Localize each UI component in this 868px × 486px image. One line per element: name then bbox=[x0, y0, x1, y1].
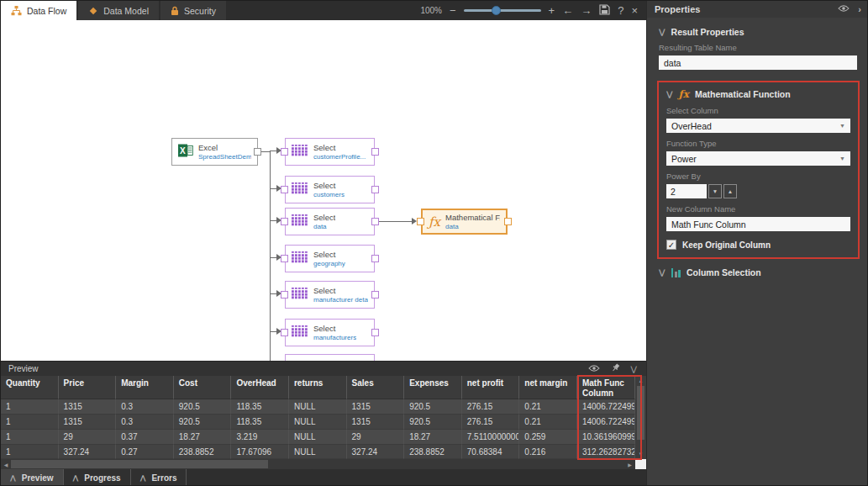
table-cell: 0.21 bbox=[519, 415, 577, 430]
output-port[interactable] bbox=[504, 218, 512, 225]
column-selection-section-header[interactable]: ⋁ Column Selection bbox=[659, 267, 857, 277]
pin-icon[interactable] bbox=[611, 363, 620, 374]
preview-table-header: QuantityPriceMarginCostOverHeadreturnsSa… bbox=[1, 376, 635, 399]
zoom-slider[interactable] bbox=[464, 6, 541, 16]
table-row[interactable]: 1327.240.27238.885217.67096NULL327.24238… bbox=[1, 445, 635, 459]
power-by-label: Power By bbox=[666, 172, 850, 181]
table-row[interactable]: 1290.3718.273.219NULL2918.277.5110000000… bbox=[1, 430, 635, 445]
input-port[interactable] bbox=[281, 329, 288, 336]
power-by-input[interactable]: 2 bbox=[666, 184, 707, 198]
horizontal-scrollbar[interactable]: ◀ ▶ bbox=[1, 459, 646, 469]
function-type-dropdown[interactable]: Power ▼ bbox=[666, 151, 850, 166]
table-cell: NULL bbox=[289, 430, 347, 445]
chevron-up-icon: ⋀ bbox=[140, 474, 146, 482]
output-port[interactable] bbox=[371, 291, 379, 298]
select-column-dropdown[interactable]: OverHead ▼ bbox=[666, 119, 850, 133]
column-header[interactable]: Price bbox=[59, 376, 117, 399]
zoom-out-button[interactable]: − bbox=[450, 5, 456, 16]
bottom-tab-preview[interactable]: ⋀ Preview bbox=[1, 469, 64, 486]
save-button[interactable] bbox=[599, 4, 610, 17]
excel-source-node[interactable]: X Excel SpreadSheetDemo I... bbox=[171, 138, 258, 166]
eye-icon[interactable] bbox=[838, 4, 850, 14]
table-row[interactable]: 113150.3920.5118.35NULL1315920.5276.150.… bbox=[1, 399, 635, 415]
scroll-right-icon[interactable]: ▶ bbox=[624, 459, 635, 469]
tab-data-flow[interactable]: Data Flow bbox=[1, 1, 76, 20]
collapse-panel-icon[interactable]: › bbox=[858, 4, 861, 14]
scroll-up-icon[interactable]: ▲ bbox=[635, 376, 646, 386]
column-header[interactable]: Margin bbox=[116, 376, 174, 399]
input-port[interactable] bbox=[281, 255, 288, 262]
bottom-tab-errors[interactable]: ⋀ Errors bbox=[131, 469, 187, 486]
select-node[interactable]: Select bbox=[285, 354, 375, 361]
excel-icon: X bbox=[178, 143, 193, 161]
chevron-down-icon: ▼ bbox=[839, 123, 845, 129]
collapse-preview-icon[interactable]: ⋁ bbox=[631, 365, 637, 373]
input-port[interactable] bbox=[281, 218, 288, 225]
stepper-down-button[interactable]: ▼ bbox=[708, 184, 722, 198]
mathematical-function-node[interactable]: ƒx Mathematical F... data bbox=[421, 209, 508, 235]
help-button[interactable]: ? bbox=[618, 5, 623, 16]
table-cell: 920.5 bbox=[174, 415, 232, 430]
select-node[interactable]: Selectmanufacturers bbox=[285, 319, 375, 346]
output-port[interactable] bbox=[371, 186, 379, 193]
math-function-section-header[interactable]: ⋁ ƒx Mathematical Function bbox=[666, 88, 850, 100]
table-row[interactable]: 113150.3920.5118.35NULL1315920.5276.150.… bbox=[1, 415, 635, 430]
column-header[interactable]: net profit bbox=[462, 376, 520, 399]
resulting-table-name-input[interactable]: data bbox=[659, 55, 857, 70]
output-port[interactable] bbox=[371, 329, 379, 336]
input-port[interactable] bbox=[281, 148, 288, 156]
table-cell: 327.24 bbox=[59, 445, 117, 459]
scroll-left-icon[interactable]: ◀ bbox=[1, 459, 11, 469]
select-node[interactable]: Selectmanufacturer deta... bbox=[285, 281, 375, 309]
column-header[interactable]: OverHead bbox=[231, 376, 289, 399]
output-port[interactable] bbox=[371, 148, 379, 156]
horizontal-scrollbar-thumb[interactable] bbox=[11, 460, 268, 468]
table-cell: 276.15 bbox=[462, 399, 520, 415]
column-header[interactable]: Expenses bbox=[404, 376, 462, 399]
table-cell: 29 bbox=[59, 430, 117, 445]
keep-original-checkbox[interactable]: ✓ bbox=[666, 240, 676, 250]
scroll-down-icon[interactable]: ▼ bbox=[635, 449, 646, 459]
output-port[interactable] bbox=[254, 148, 261, 156]
close-button[interactable]: × bbox=[631, 5, 638, 16]
table-cell: 920.5 bbox=[174, 399, 232, 415]
eye-icon[interactable] bbox=[588, 364, 600, 374]
column-header[interactable]: Cost bbox=[174, 376, 232, 399]
bottom-tab-progress[interactable]: ⋀ Progress bbox=[64, 469, 131, 486]
new-column-name-input[interactable]: Math Func Column bbox=[666, 217, 850, 231]
table-grid-icon bbox=[292, 288, 308, 303]
table-cell: 7.5110000000... bbox=[462, 430, 520, 445]
annotation-box-math-function: ⋁ ƒx Mathematical Function Select Column… bbox=[657, 81, 860, 259]
column-header[interactable]: returns bbox=[289, 376, 347, 399]
table-cell: 18.27 bbox=[174, 430, 232, 445]
select-node[interactable]: Selectgeography bbox=[285, 245, 375, 272]
dataflow-canvas[interactable]: X Excel SpreadSheetDemo I... ƒx Mathemat… bbox=[1, 20, 646, 361]
input-port[interactable] bbox=[281, 291, 288, 298]
input-port[interactable] bbox=[417, 218, 424, 225]
stepper-up-button[interactable]: ▲ bbox=[723, 184, 737, 198]
table-cell: 0.27 bbox=[116, 445, 174, 459]
table-cell: 0.3 bbox=[116, 415, 174, 430]
zoom-in-button[interactable]: + bbox=[549, 5, 555, 16]
undo-button[interactable]: ← bbox=[562, 5, 573, 16]
output-port[interactable] bbox=[371, 218, 379, 225]
vertical-scrollbar-thumb[interactable] bbox=[637, 386, 644, 440]
tab-data-model[interactable]: Data Model bbox=[78, 1, 159, 20]
select-node[interactable]: Selectcustomers bbox=[285, 176, 375, 203]
node-subtitle: geography bbox=[313, 260, 345, 268]
zoom-slider-handle[interactable] bbox=[492, 6, 501, 15]
vertical-scrollbar[interactable]: ▲ ▼ bbox=[635, 376, 646, 459]
output-port[interactable] bbox=[371, 255, 379, 262]
redo-button[interactable]: → bbox=[581, 5, 592, 16]
column-header[interactable]: Math Func Column bbox=[577, 376, 635, 399]
select-column-label: Select Column bbox=[666, 106, 850, 115]
result-properties-section-header[interactable]: ⋁ Result Properties bbox=[659, 27, 857, 37]
select-node[interactable]: SelectcustomerProfile... bbox=[285, 138, 375, 166]
input-port[interactable] bbox=[281, 186, 288, 193]
select-node[interactable]: Selectdata bbox=[285, 208, 375, 235]
column-header[interactable]: Quantity bbox=[1, 376, 59, 399]
column-header[interactable]: Sales bbox=[347, 376, 405, 399]
column-header[interactable]: net margin bbox=[519, 376, 577, 399]
preview-table-body: 113150.3920.5118.35NULL1315920.5276.150.… bbox=[1, 399, 635, 459]
tab-security[interactable]: Security bbox=[160, 1, 226, 20]
